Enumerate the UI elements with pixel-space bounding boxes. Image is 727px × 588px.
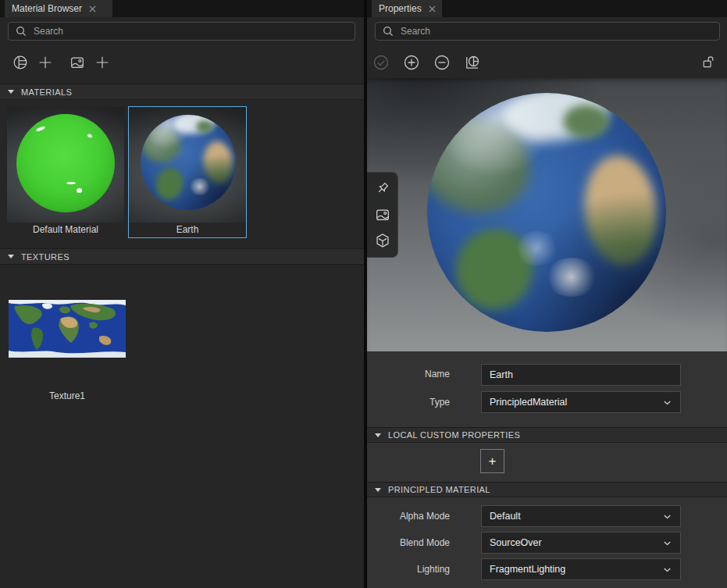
type-dropdown-value: PrincipledMaterial (490, 397, 567, 408)
collapse-triangle-icon (8, 90, 14, 94)
material-search-input[interactable] (8, 22, 355, 41)
remove-circle-icon[interactable] (433, 53, 451, 72)
principled-material-title: PRINCIPLED MATERIAL (388, 485, 490, 494)
chevron-down-icon (661, 511, 673, 522)
apply-check-icon[interactable] (372, 53, 390, 72)
tab-material-browser[interactable]: Material Browser (5, 0, 112, 17)
material-item-default[interactable]: Default Material (6, 106, 125, 238)
type-field-label: Type (367, 397, 450, 408)
collapse-triangle-icon (375, 433, 381, 437)
properties-search-input[interactable] (375, 22, 720, 41)
green-sphere-render (16, 114, 115, 212)
material-browser-toolbar (0, 47, 364, 78)
texture-item-label: Texture1 (9, 390, 126, 401)
blend-mode-value: SourceOver (490, 537, 542, 548)
local-custom-properties-header[interactable]: LOCAL CUSTOM PROPERTIES (367, 427, 727, 443)
alpha-mode-label: Alpha Mode (367, 511, 450, 522)
material-3d-preview[interactable] (367, 78, 727, 351)
properties-tabbar: Properties (367, 0, 727, 17)
earth-preview-sphere (427, 93, 666, 332)
collapse-triangle-icon (8, 255, 14, 258)
material-thumb-earth-sphere (129, 107, 246, 223)
preview-toolstrip (367, 172, 398, 258)
application-window: Material Browser (0, 0, 727, 588)
properties-panel: Properties (367, 0, 727, 588)
chevron-down-icon (661, 397, 673, 408)
alpha-mode-dropdown[interactable]: Default (481, 505, 681, 527)
tab-material-browser-label: Material Browser (12, 3, 82, 14)
lighting-dropdown[interactable]: FragmentLighting (481, 558, 681, 580)
add-circle-icon[interactable] (402, 53, 421, 72)
world-map-thumbnail (9, 300, 126, 358)
lock-icon[interactable] (698, 53, 717, 72)
add-custom-property-button[interactable]: + (480, 449, 504, 473)
tab-properties[interactable]: Properties (372, 0, 442, 17)
pin-icon[interactable] (373, 180, 392, 198)
blend-mode-dropdown[interactable]: SourceOver (481, 532, 681, 554)
principled-material-header[interactable]: PRINCIPLED MATERIAL (367, 482, 727, 497)
alpha-mode-value: Default (490, 511, 521, 522)
blend-mode-label: Blend Mode (367, 537, 450, 548)
name-field-input[interactable] (481, 364, 681, 386)
tab-properties-label: Properties (379, 3, 422, 14)
lighting-label: Lighting (367, 564, 450, 575)
chevron-down-icon (661, 564, 673, 576)
image-icon[interactable] (373, 205, 392, 224)
collapse-triangle-icon (375, 488, 381, 492)
chevron-down-icon (661, 537, 673, 549)
search-icon (383, 26, 394, 40)
local-custom-properties-title: LOCAL CUSTOM PROPERTIES (388, 430, 520, 440)
lighting-value: FragmentLighting (490, 564, 565, 575)
close-icon[interactable] (89, 5, 96, 12)
type-dropdown[interactable]: PrincipledMaterial (481, 391, 681, 413)
materials-section-title: MATERIALS (21, 87, 72, 97)
material-thumb-green-sphere (7, 107, 124, 223)
add-texture-icon[interactable] (93, 53, 112, 72)
textures-section-title: TEXTURES (21, 252, 69, 262)
material-item-earth[interactable]: Earth (128, 106, 247, 238)
properties-toolbar (367, 47, 727, 78)
textures-section-header[interactable]: TEXTURES (0, 248, 364, 265)
texture-image-icon[interactable] (68, 53, 87, 72)
close-icon[interactable] (429, 5, 436, 12)
materials-section-header[interactable]: MATERIALS (0, 84, 364, 100)
cube-3d-icon[interactable] (373, 231, 392, 250)
material-copy-icon[interactable] (463, 53, 482, 72)
material-browser-panel: Material Browser (0, 0, 364, 588)
properties-search-box (375, 22, 720, 41)
material-sphere-icon[interactable] (11, 53, 30, 72)
search-icon (16, 26, 27, 40)
material-item-label: Earth (129, 223, 246, 237)
add-material-icon[interactable] (36, 53, 55, 72)
material-browser-tabbar: Material Browser (0, 0, 364, 17)
texture-item-world-map[interactable] (9, 300, 126, 358)
earth-sphere-render (141, 115, 236, 210)
material-search-box (8, 22, 355, 41)
name-field-label: Name (367, 369, 450, 380)
material-item-label: Default Material (7, 223, 124, 237)
